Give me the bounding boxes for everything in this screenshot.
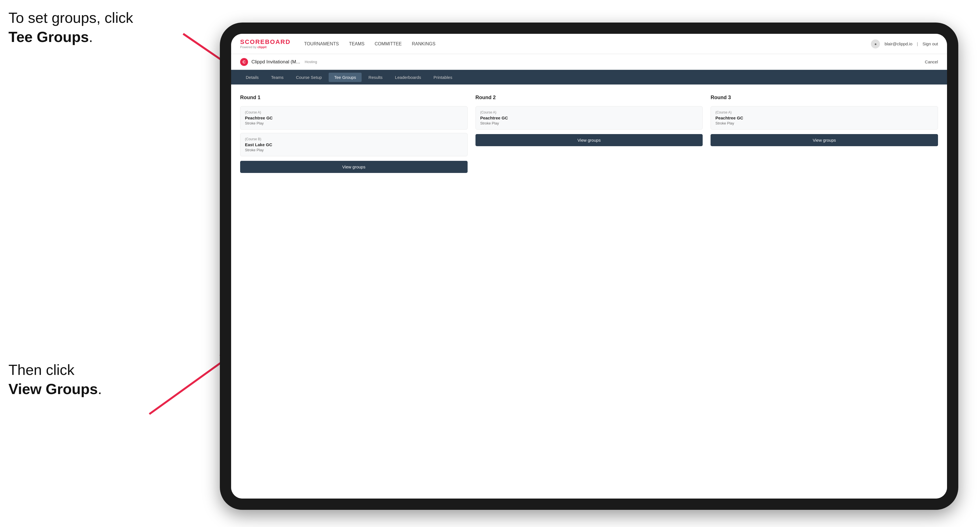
user-avatar: ● [871, 40, 880, 48]
instruction-top: To set groups, click Tee Groups. [8, 8, 133, 46]
main-content: Round 1 (Course A) Peachtree GC Stroke P… [231, 84, 947, 498]
round-1-column: Round 1 (Course A) Peachtree GC Stroke P… [240, 95, 468, 173]
round-1-course-b-card: (Course B) East Lake GC Stroke Play [240, 133, 468, 156]
round-3-view-groups-button[interactable]: View groups [711, 134, 938, 146]
round-1-course-b-label: (Course B) [245, 137, 463, 141]
round-2-view-groups-button[interactable]: View groups [476, 134, 703, 146]
round-1-title: Round 1 [240, 95, 468, 100]
tablet-screen: SCOREBOARD Powered by clippit TOURNAMENT… [231, 34, 947, 498]
tab-leaderboards[interactable]: Leaderboards [389, 73, 427, 82]
hosting-badge: Hosting [305, 60, 317, 64]
round-3-column: Round 3 (Course A) Peachtree GC Stroke P… [711, 95, 938, 173]
nav-committee[interactable]: COMMITTEE [375, 41, 402, 46]
logo-scoreboard: SCOREBOARD [240, 39, 291, 45]
instruction-bottom-line1: Then click [8, 362, 75, 378]
instruction-bottom-line2: View Groups [8, 381, 98, 397]
round-2-course-a-name: Peachtree GC [480, 116, 698, 120]
round-1-course-b-name: East Lake GC [245, 142, 463, 147]
round-2-course-a-card: (Course A) Peachtree GC Stroke Play [476, 106, 703, 130]
instruction-top-line1: To set groups, click [8, 10, 133, 26]
round-2-course-a-format: Stroke Play [480, 121, 698, 125]
nav-right: ● blair@clippd.io | Sign out [871, 40, 938, 48]
round-2-title: Round 2 [476, 95, 703, 100]
cancel-button[interactable]: Cancel [925, 59, 938, 64]
logo-sub: Powered by clippit [240, 46, 291, 49]
logo-area: SCOREBOARD Powered by clippit [240, 39, 291, 49]
tournament-badge: C [240, 58, 248, 66]
round-1-course-b-format: Stroke Play [245, 148, 463, 152]
nav-tournaments[interactable]: TOURNAMENTS [304, 41, 339, 46]
round-1-view-groups-button[interactable]: View groups [240, 161, 468, 173]
round-2-column: Round 2 (Course A) Peachtree GC Stroke P… [476, 95, 703, 173]
rounds-container: Round 1 (Course A) Peachtree GC Stroke P… [240, 95, 938, 173]
round-2-course-a-label: (Course A) [480, 110, 698, 114]
round-1-course-a-name: Peachtree GC [245, 116, 463, 120]
round-3-course-a-name: Peachtree GC [715, 116, 933, 120]
tab-details[interactable]: Details [240, 73, 264, 82]
round-1-course-a-card: (Course A) Peachtree GC Stroke Play [240, 106, 468, 130]
nav-rankings[interactable]: RANKINGS [412, 41, 436, 46]
nav-links: TOURNAMENTS TEAMS COMMITTEE RANKINGS [304, 41, 436, 46]
tab-printables[interactable]: Printables [428, 73, 458, 82]
round-1-course-a-label: (Course A) [245, 110, 463, 114]
round-3-course-a-label: (Course A) [715, 110, 933, 114]
round-3-course-a-format: Stroke Play [715, 121, 933, 125]
user-email: blair@clippd.io [885, 41, 912, 46]
tournament-title: C Clippd Invitational (M... Hosting [240, 58, 317, 66]
tab-teams[interactable]: Teams [266, 73, 289, 82]
tournament-name: Clippd Invitational (M... [251, 59, 300, 65]
top-nav: SCOREBOARD Powered by clippit TOURNAMENT… [231, 34, 947, 54]
tab-course-setup[interactable]: Course Setup [290, 73, 328, 82]
tab-results[interactable]: Results [363, 73, 388, 82]
tournament-header: C Clippd Invitational (M... Hosting Canc… [231, 54, 947, 70]
sign-out-link[interactable]: Sign out [923, 41, 938, 46]
round-1-course-a-format: Stroke Play [245, 121, 463, 125]
tab-bar: Details Teams Course Setup Tee Groups Re… [231, 70, 947, 84]
round-3-course-a-card: (Course A) Peachtree GC Stroke Play [711, 106, 938, 130]
tab-tee-groups[interactable]: Tee Groups [329, 73, 362, 82]
instruction-bottom: Then click View Groups. [8, 360, 102, 398]
nav-teams[interactable]: TEAMS [349, 41, 364, 46]
instruction-top-line2: Tee Groups [8, 29, 89, 45]
nav-left: SCOREBOARD Powered by clippit TOURNAMENT… [240, 39, 436, 49]
round-3-title: Round 3 [711, 95, 938, 100]
tablet-frame: SCOREBOARD Powered by clippit TOURNAMENT… [220, 22, 958, 510]
